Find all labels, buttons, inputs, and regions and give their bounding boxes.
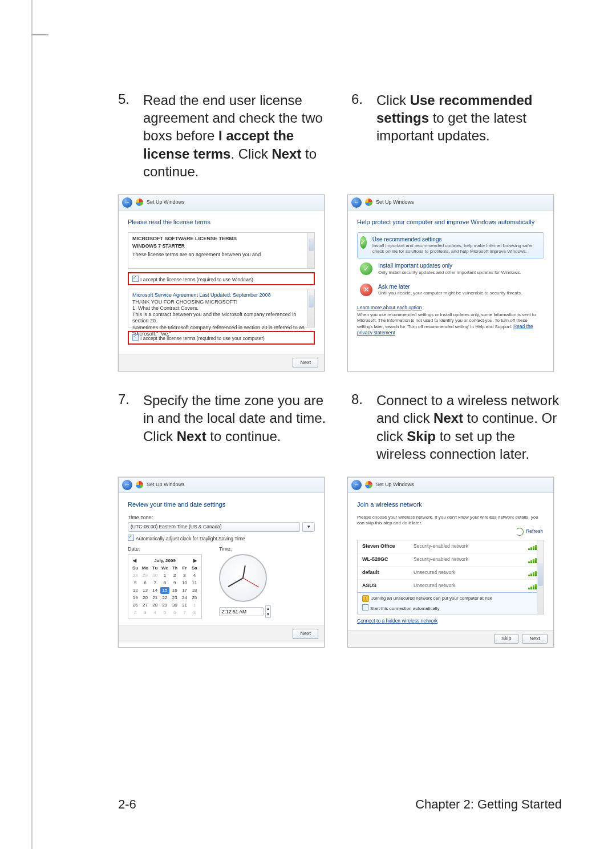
calendar-day[interactable]: 5: [160, 609, 169, 616]
accept-checkbox-2[interactable]: I accept the license terms (required to …: [128, 331, 315, 345]
network-name: ASUS: [362, 583, 407, 589]
calendar-day[interactable]: 7: [151, 580, 160, 587]
calendar-day[interactable]: 2: [170, 572, 179, 579]
back-icon[interactable]: ←: [122, 197, 132, 208]
calendar-day[interactable]: 26: [131, 602, 140, 609]
license-box-1[interactable]: MICROSOFT SOFTWARE LICENSE TERMS WINDOWS…: [128, 232, 315, 269]
calendar-day[interactable]: 9: [170, 580, 179, 587]
calendar-day[interactable]: 4: [151, 609, 160, 616]
calendar-day[interactable]: 22: [160, 595, 169, 601]
calendar-dow: Sa: [190, 565, 199, 572]
checkbox-icon[interactable]: [132, 276, 139, 282]
refresh-icon[interactable]: [516, 528, 524, 536]
calendar-day[interactable]: 28: [151, 602, 160, 609]
analog-clock: [219, 554, 267, 602]
step-6: 6. Click Use recommended settings to get…: [351, 91, 562, 180]
step-number: 5.: [118, 91, 131, 107]
calendar-day[interactable]: 4: [190, 572, 199, 579]
calendar-day[interactable]: 3: [140, 609, 149, 616]
step-text: Read the end user license agreement and …: [143, 91, 329, 180]
prev-month-icon[interactable]: ◀: [133, 558, 136, 564]
learn-more-link[interactable]: Learn more about each option: [357, 305, 422, 310]
time-spinner[interactable]: ▴▾: [265, 605, 271, 618]
calendar-day[interactable]: 8: [190, 609, 199, 616]
calendar-day[interactable]: 24: [180, 595, 189, 601]
calendar-day[interactable]: 13: [140, 587, 149, 594]
chevron-down-icon[interactable]: ▾: [302, 522, 315, 532]
screenshot-time-date: ← Set Up Windows Review your time and da…: [118, 477, 325, 648]
network-row[interactable]: Steven OfficeSecurity-enabled network: [358, 540, 544, 553]
calendar-day[interactable]: 7: [180, 609, 189, 616]
calendar-day[interactable]: 1: [160, 572, 169, 579]
skip-button[interactable]: Skip: [494, 634, 519, 644]
calendar-day[interactable]: 23: [170, 595, 179, 601]
next-button[interactable]: Next: [293, 629, 318, 638]
calendar-dow: Tu: [151, 565, 160, 572]
calendar[interactable]: ◀ July, 2009 ▶ SuMoTuWeThFrSa28293012345…: [128, 554, 202, 619]
back-icon[interactable]: ←: [122, 480, 132, 490]
calendar-day[interactable]: 30: [151, 572, 160, 579]
network-row[interactable]: WL-520GCSecurity-enabled network: [358, 553, 544, 567]
time-input[interactable]: [219, 607, 264, 616]
hidden-network-link[interactable]: Connect to a hidden wireless network: [357, 618, 437, 624]
dst-checkbox[interactable]: Automatically adjust clock for Daylight …: [128, 534, 315, 542]
calendar-day[interactable]: 1: [190, 602, 199, 609]
calendar-day[interactable]: 27: [140, 602, 149, 609]
calendar-day[interactable]: 18: [190, 587, 199, 594]
calendar-day[interactable]: 15: [160, 587, 169, 594]
license-box-2[interactable]: Microsoft Service Agreement Last Updated…: [128, 289, 315, 328]
option-important-only[interactable]: ✓ Install important updates only Only in…: [357, 258, 544, 280]
calendar-day[interactable]: 12: [131, 587, 140, 594]
scrollbar[interactable]: [307, 289, 314, 327]
checkbox-icon[interactable]: [362, 604, 368, 611]
calendar-day[interactable]: 16: [170, 587, 179, 594]
next-month-icon[interactable]: ▶: [193, 558, 197, 564]
next-button[interactable]: Next: [293, 358, 318, 367]
scrollbar[interactable]: [537, 540, 544, 614]
date-label: Date:: [128, 546, 202, 552]
checkbox-icon[interactable]: [128, 535, 134, 541]
network-row[interactable]: defaultUnsecured network: [358, 567, 544, 580]
timezone-label: Time zone:: [128, 515, 315, 521]
screenshot-license-terms: ← Set Up Windows Please read the license…: [118, 195, 325, 371]
calendar-day[interactable]: 11: [190, 580, 199, 587]
network-selected-panel: !Joining an unsecured network can put yo…: [358, 592, 544, 614]
privacy-note: When you use recommended settings or ins…: [357, 312, 544, 336]
network-row[interactable]: ASUSUnsecured network: [358, 580, 544, 592]
calendar-day[interactable]: 30: [170, 602, 179, 609]
step-number: 7.: [118, 391, 131, 407]
window-title: Set Up Windows: [147, 482, 185, 488]
accept-checkbox-1[interactable]: I accept the license terms (required to …: [128, 272, 315, 286]
calendar-day[interactable]: 6: [170, 609, 179, 616]
step-number: 8.: [351, 391, 364, 407]
calendar-day[interactable]: 3: [180, 572, 189, 579]
calendar-day[interactable]: 21: [151, 595, 160, 601]
scrollbar[interactable]: [307, 233, 314, 268]
calendar-day[interactable]: 25: [190, 595, 199, 601]
dialog-heading: Join a wireless network: [357, 501, 544, 509]
calendar-day[interactable]: 17: [180, 587, 189, 594]
calendar-day[interactable]: 8: [160, 580, 169, 587]
calendar-day[interactable]: 6: [140, 580, 149, 587]
calendar-day[interactable]: 31: [180, 602, 189, 609]
refresh-link[interactable]: Refresh: [526, 528, 543, 535]
calendar-day[interactable]: 20: [140, 595, 149, 601]
shield-check-icon: ✓: [360, 236, 367, 249]
checkbox-icon[interactable]: [132, 334, 139, 341]
back-icon[interactable]: ←: [351, 197, 362, 208]
next-button[interactable]: Next: [522, 634, 548, 644]
option-recommended[interactable]: ✓ Use recommended settings Install impor…: [357, 232, 544, 259]
back-icon[interactable]: ←: [351, 480, 362, 490]
calendar-day[interactable]: 19: [131, 595, 140, 601]
calendar-day[interactable]: 29: [160, 602, 169, 609]
calendar-day[interactable]: 10: [180, 580, 189, 587]
timezone-select[interactable]: (UTC-05:00) Eastern Time (US & Canada): [128, 522, 300, 532]
calendar-day[interactable]: 5: [131, 580, 140, 587]
calendar-day[interactable]: 14: [151, 587, 160, 594]
calendar-day[interactable]: 29: [140, 572, 149, 579]
calendar-day[interactable]: 2: [131, 609, 140, 616]
dialog-heading: Review your time and date settings: [128, 501, 315, 509]
option-ask-later[interactable]: ✕ Ask me later Until you decide, your co…: [357, 280, 544, 301]
calendar-day[interactable]: 28: [131, 572, 140, 579]
network-security: Security-enabled network: [414, 543, 521, 549]
